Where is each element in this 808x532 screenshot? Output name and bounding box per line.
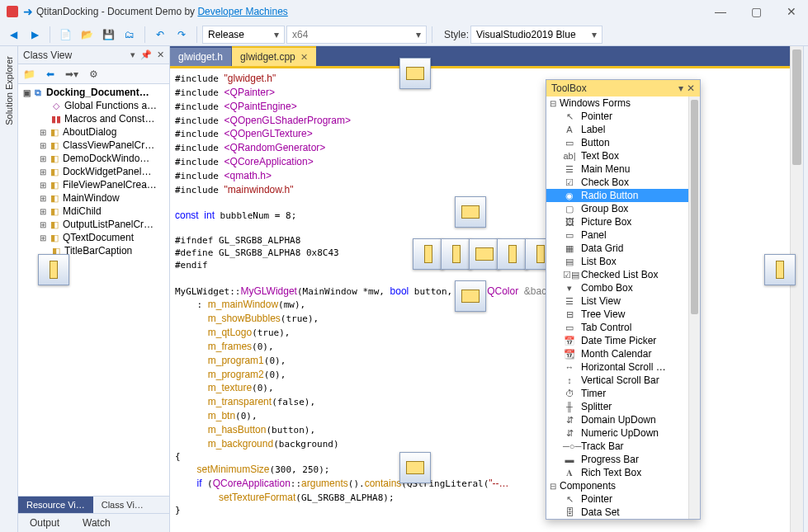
arrow-icon: ➜: [23, 5, 33, 18]
toolbox-item[interactable]: 🗄Data Set: [546, 506, 688, 519]
dock-guide-bottom[interactable]: [399, 452, 431, 483]
class-view-tree[interactable]: ▣⧉ Docking_Document… ◇Global Functions a…: [18, 84, 169, 496]
panel-pin-icon[interactable]: 📌: [140, 49, 152, 60]
toolbox-group[interactable]: ⊟Components: [546, 479, 688, 492]
toolbox-item[interactable]: ╫Splitter: [546, 400, 688, 413]
watch-tab[interactable]: Watch: [71, 514, 122, 532]
panel-close-icon[interactable]: ✕: [157, 49, 164, 60]
tree-item[interactable]: ⊞◧AboutDialog: [18, 125, 169, 139]
toolbox-item[interactable]: ▢Group Box: [546, 202, 688, 215]
toolbox-item[interactable]: 𝐀Rich Text Box: [546, 466, 688, 479]
toolbox-item[interactable]: ◉Radio Button: [546, 189, 688, 202]
new-file-button[interactable]: 📄: [55, 26, 75, 44]
minimize-button[interactable]: —: [710, 3, 731, 20]
toolbox-group[interactable]: ⊟Windows Forms: [546, 97, 688, 110]
save-button[interactable]: 💾: [98, 26, 118, 44]
panel-menu-icon[interactable]: ▾: [130, 49, 135, 60]
toolbox-close-icon[interactable]: ✕: [687, 82, 695, 94]
class-view-panel: Class View ▾ 📌 ✕ 📁 ⬅ ➡▾ ⚙ ▣⧉ Docking_Doc…: [18, 46, 170, 532]
config-combo[interactable]: Release▾: [202, 26, 285, 44]
document-tabs: glwidget.h glwidget.cpp ✕: [170, 46, 803, 66]
undo-button[interactable]: ↶: [150, 26, 170, 44]
style-combo[interactable]: VisualStudio2019 Blue▾: [470, 26, 602, 44]
toolbox-item[interactable]: ↖Pointer: [546, 110, 688, 123]
toolbox-item[interactable]: ▭Tab Control: [546, 321, 688, 334]
toolbox-item[interactable]: ab|Text Box: [546, 149, 688, 162]
solution-explorer-tab[interactable]: Solution Explorer: [2, 49, 16, 132]
tree-item[interactable]: ⊞◧OutputListPanelCr…: [18, 218, 169, 231]
output-tab[interactable]: Output: [18, 514, 71, 532]
main-toolbar: ◀ ▶ 📄 📂 💾 🗂 ↶ ↷ Release▾ x64▾ Style: Vis…: [0, 23, 808, 46]
toolbox-item[interactable]: ↔Horizontal Scroll …: [546, 360, 688, 374]
tree-item[interactable]: ◇Global Functions a…: [18, 99, 169, 112]
left-rail: Solution Explorer: [0, 46, 18, 532]
toolbox-item[interactable]: ⇵Domain UpDown: [546, 413, 688, 426]
right-splitter[interactable]: [803, 46, 808, 532]
tree-root[interactable]: ▣⧉ Docking_Document…: [18, 86, 169, 99]
toolbox-item[interactable]: ─○─Track Bar: [546, 440, 688, 453]
toolbox-item[interactable]: ⇵Numeric UpDown: [546, 426, 688, 440]
nav-back-button[interactable]: ◀: [3, 26, 23, 44]
close-tab-icon[interactable]: ✕: [300, 52, 308, 63]
toolbox-scrollbar[interactable]: [688, 97, 700, 519]
toolbox-item[interactable]: ↕Vertical Scroll Bar: [546, 374, 688, 387]
toolbox-item[interactable]: ⏱Timer: [546, 387, 688, 400]
class-view-bottom-tabs: Resource Vi… Class Vi…: [18, 496, 169, 513]
maximize-button[interactable]: ▢: [746, 3, 767, 20]
new-folder-icon[interactable]: 📁: [21, 67, 36, 82]
back-history-icon[interactable]: ⬅: [43, 67, 58, 82]
doc-tab-glwidget-h[interactable]: glwidget.h: [170, 48, 231, 66]
toolbox-item[interactable]: ▬Progress Bar: [546, 453, 688, 466]
toolbox-item[interactable]: 📆Month Calendar: [546, 347, 688, 360]
toolbox-item[interactable]: ☑Check Box: [546, 176, 688, 189]
toolbox-panel[interactable]: ToolBox ▾ ✕ ⊟Windows Forms↖PointerALabel…: [546, 79, 701, 520]
dock-guide-outer-right[interactable]: [764, 254, 796, 285]
class-view-title: Class View: [23, 49, 72, 61]
toolbox-item[interactable]: ↖Pointer: [546, 492, 688, 506]
tree-item[interactable]: ⊞◧DockWidgetPanel…: [18, 165, 169, 178]
toolbox-header[interactable]: ToolBox ▾ ✕: [546, 80, 700, 97]
forward-toggle-icon[interactable]: ➡▾: [64, 67, 79, 82]
editor-scrollbar-vertical[interactable]: [790, 46, 803, 532]
tree-item[interactable]: ⊞◧MainWindow: [18, 191, 169, 205]
toolbox-item[interactable]: 🖼Picture Box: [546, 215, 688, 228]
tree-item[interactable]: ⊞◧DemoDockWindo…: [18, 152, 169, 165]
toolbox-item[interactable]: ▤List Box: [546, 255, 688, 268]
tree-item[interactable]: ⊞◧FileViewPanelCrea…: [18, 178, 169, 191]
toolbox-item[interactable]: ▭Button: [546, 136, 688, 149]
output-watch-tabs: Output Watch: [18, 513, 169, 532]
close-button[interactable]: ✕: [782, 3, 801, 20]
redo-button[interactable]: ↷: [172, 26, 191, 44]
toolbox-item[interactable]: ALabel: [546, 123, 688, 136]
style-label: Style:: [444, 29, 469, 40]
toolbox-item[interactable]: ☰List View: [546, 294, 688, 308]
tree-item[interactable]: ⊞◧ClassViewPanelCr…: [18, 139, 169, 152]
toolbox-item[interactable]: ☑▤Checked List Box: [546, 268, 688, 281]
tree-item[interactable]: ⊞◧QTextDocument: [18, 231, 169, 244]
toolbox-item[interactable]: ⊟Tree View: [546, 308, 688, 321]
title-bar: ➜ QtitanDocking - Document Demo by Devel…: [0, 0, 808, 23]
dock-guide-top[interactable]: [399, 58, 431, 89]
toolbox-item[interactable]: 📅Date Time Picker: [546, 334, 688, 347]
app-icon: [7, 6, 18, 17]
settings-icon[interactable]: ⚙: [86, 67, 101, 82]
resource-view-tab[interactable]: Resource Vi…: [18, 497, 93, 513]
toolbox-item[interactable]: ☰Main Menu: [546, 162, 688, 176]
platform-combo[interactable]: x64▾: [286, 26, 427, 44]
window-title: QtitanDocking - Document Demo by Develop…: [36, 6, 288, 17]
toolbox-item[interactable]: ▾Combo Box: [546, 281, 688, 294]
nav-forward-button[interactable]: ▶: [25, 26, 45, 44]
save-all-button[interactable]: 🗂: [120, 26, 139, 44]
doc-tab-glwidget-cpp[interactable]: glwidget.cpp ✕: [232, 46, 316, 66]
class-view-toolbar: 📁 ⬅ ➡▾ ⚙: [18, 64, 169, 84]
dock-guide-outer-left[interactable]: [38, 254, 69, 285]
toolbox-item[interactable]: ▦Data Grid: [546, 242, 688, 255]
toolbox-item[interactable]: ▭Panel: [546, 228, 688, 242]
developer-link[interactable]: Developer Machines: [197, 6, 287, 17]
open-button[interactable]: 📂: [77, 26, 97, 44]
tree-item[interactable]: ⊞◧MdiChild: [18, 205, 169, 218]
class-view-tab[interactable]: Class Vi…: [93, 497, 152, 513]
dock-guide-center[interactable]: [413, 196, 528, 312]
tree-item[interactable]: ▮▮Macros and Const…: [18, 112, 169, 125]
toolbox-menu-icon[interactable]: ▾: [678, 82, 683, 94]
